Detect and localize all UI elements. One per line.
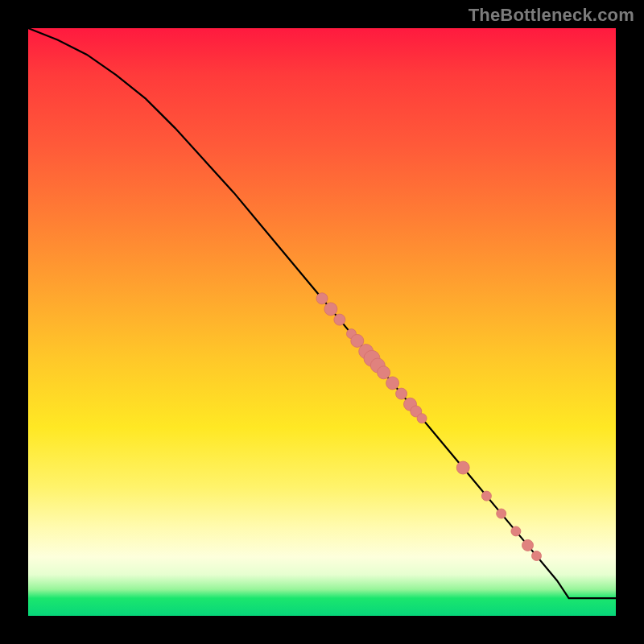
chart-point: [522, 539, 534, 551]
chart-point: [378, 366, 390, 379]
chart-svg: [28, 28, 616, 616]
chart-point: [497, 509, 506, 518]
chart-point: [417, 414, 427, 423]
chart-point: [481, 491, 491, 501]
chart-point: [334, 314, 345, 325]
chart-point: [386, 377, 399, 390]
chart-curve: [28, 28, 616, 598]
chart-point: [316, 293, 328, 304]
chart-point: [532, 551, 542, 561]
chart-point: [396, 388, 407, 399]
watermark-text: TheBottleneck.com: [469, 5, 634, 26]
chart-point: [511, 526, 521, 536]
chart-point: [456, 461, 469, 474]
chart-point: [324, 303, 337, 316]
chart-frame: TheBottleneck.com: [0, 0, 644, 644]
